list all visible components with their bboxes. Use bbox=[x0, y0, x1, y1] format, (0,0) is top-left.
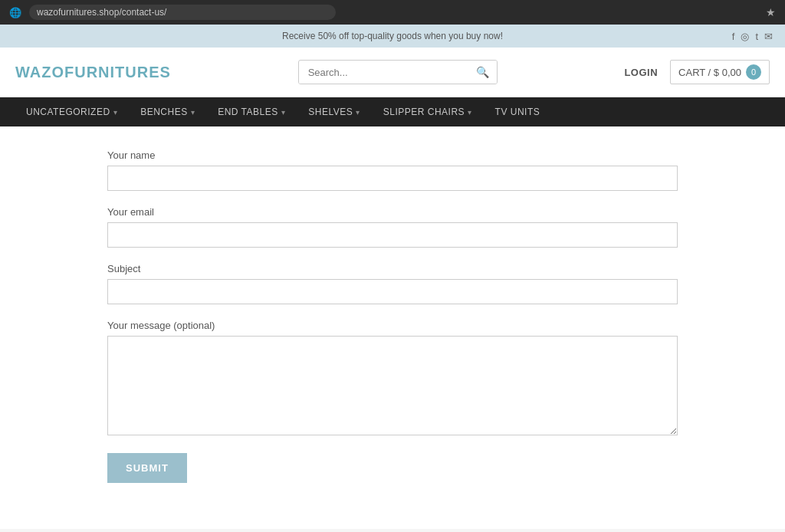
nav-item-shelves[interactable]: SHELVES ▾ bbox=[297, 97, 370, 126]
header-actions: LOGIN CART / $ 0,00 0 bbox=[624, 60, 770, 84]
chevron-down-icon: ▾ bbox=[113, 108, 118, 117]
nav-item-benches[interactable]: BENCHES ▾ bbox=[130, 97, 205, 126]
login-link[interactable]: LOGIN bbox=[624, 67, 658, 78]
bookmark-icon[interactable]: ★ bbox=[766, 6, 776, 18]
message-field-group: Your message (optional) bbox=[107, 320, 678, 438]
submit-button[interactable]: SUBMIT bbox=[107, 453, 187, 483]
cart-label: CART / $ 0,00 bbox=[678, 67, 741, 78]
contact-form: Your name Your email Subject Your messag… bbox=[107, 149, 678, 483]
chevron-down-icon: ▾ bbox=[191, 108, 195, 117]
instagram-icon[interactable]: ◎ bbox=[741, 31, 749, 42]
browser-url-bar[interactable]: wazofurnitures.shop/contact-us/ bbox=[29, 5, 336, 20]
twitter-icon[interactable]: t bbox=[755, 31, 758, 42]
nav-item-end-tables[interactable]: END TABLES ▾ bbox=[207, 97, 296, 126]
subject-input[interactable] bbox=[107, 279, 678, 304]
message-label: Your message (optional) bbox=[107, 320, 678, 331]
facebook-icon[interactable]: f bbox=[732, 31, 735, 42]
browser-icon: 🌐 bbox=[9, 7, 21, 18]
main-nav: UNCATEGORIZED ▾ BENCHES ▾ END TABLES ▾ S… bbox=[0, 97, 785, 126]
email-field-group: Your email bbox=[107, 206, 678, 248]
subject-label: Subject bbox=[107, 263, 678, 274]
promo-text: Receive 50% off top-quality goods when y… bbox=[282, 31, 503, 41]
social-icons: f ◎ t ✉ bbox=[732, 31, 773, 42]
main-content: Your name Your email Subject Your messag… bbox=[0, 126, 785, 529]
search-bar: 🔍 bbox=[298, 60, 498, 84]
site-footer: VISA PayPal stripe ●● CASH ONDELIVERY AB… bbox=[0, 529, 785, 532]
search-button[interactable]: 🔍 bbox=[468, 61, 497, 84]
nav-item-tv-units[interactable]: TV UNITS bbox=[484, 97, 551, 126]
email-label: Your email bbox=[107, 206, 678, 218]
name-label: Your name bbox=[107, 149, 678, 161]
browser-chrome: 🌐 wazofurnitures.shop/contact-us/ ★ bbox=[0, 0, 785, 25]
nav-item-uncategorized[interactable]: UNCATEGORIZED ▾ bbox=[15, 97, 128, 126]
nav-item-slipper-chairs[interactable]: SLIPPER CHAIRS ▾ bbox=[373, 97, 483, 126]
site-header: WAZOFURNITURES 🔍 LOGIN CART / $ 0,00 0 bbox=[0, 48, 785, 97]
promo-banner: Receive 50% off top-quality goods when y… bbox=[0, 25, 785, 48]
email-input[interactable] bbox=[107, 222, 678, 248]
search-input[interactable] bbox=[299, 61, 468, 84]
cart-badge: 0 bbox=[746, 64, 761, 80]
name-field-group: Your name bbox=[107, 149, 678, 191]
subject-field-group: Subject bbox=[107, 263, 678, 304]
search-icon: 🔍 bbox=[476, 66, 489, 78]
site-logo[interactable]: WAZOFURNITURES bbox=[15, 64, 171, 81]
cart-button[interactable]: CART / $ 0,00 0 bbox=[670, 60, 770, 84]
name-input[interactable] bbox=[107, 166, 678, 191]
chevron-down-icon: ▾ bbox=[356, 108, 360, 117]
message-textarea[interactable] bbox=[107, 336, 678, 435]
email-icon[interactable]: ✉ bbox=[764, 31, 773, 42]
chevron-down-icon: ▾ bbox=[281, 108, 286, 117]
chevron-down-icon: ▾ bbox=[468, 108, 472, 117]
